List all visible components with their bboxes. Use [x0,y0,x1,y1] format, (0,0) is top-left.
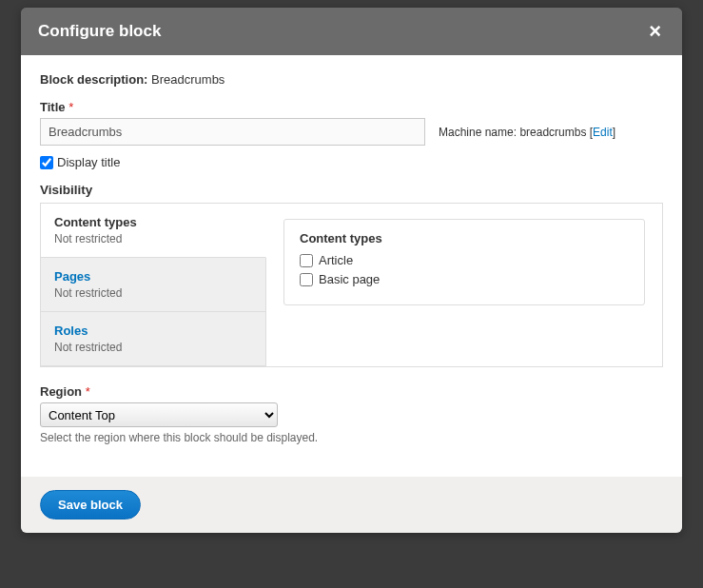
tab-title: Roles [54,323,252,338]
basic-page-checkbox[interactable] [300,273,313,286]
tab-roles[interactable]: Roles Not restricted [41,312,265,366]
machine-name-edit-link[interactable]: Edit [593,126,613,139]
block-description-label: Block description: [40,72,147,87]
dialog-footer: Save block [21,477,682,533]
display-title-label: Display title [57,155,120,169]
required-marker: * [86,384,90,399]
save-button[interactable]: Save block [40,490,141,519]
content-type-basic-page[interactable]: Basic page [300,272,629,286]
vertical-tabs-list: Content types Not restricted Pages Not r… [41,204,266,366]
region-select[interactable]: Content Top [40,402,278,427]
title-input[interactable] [40,118,425,146]
region-label: Region [40,384,82,399]
content-types-fieldset: Content types Article Basic page [283,219,645,305]
tab-title: Content types [54,215,252,229]
close-icon[interactable]: × [645,21,665,42]
content-types-legend: Content types [300,231,629,245]
article-checkbox[interactable] [300,254,313,267]
tab-summary: Not restricted [54,341,252,354]
tab-pane-content-types: Content types Article Basic page [266,204,662,366]
checkbox-label: Article [319,253,353,267]
machine-name-value: breadcrumbs [519,126,586,139]
tab-summary: Not restricted [54,286,252,300]
region-help-text: Select the region where this block shoul… [40,431,663,444]
tab-summary: Not restricted [54,232,252,245]
content-type-article[interactable]: Article [300,253,629,267]
configure-block-dialog: Configure block × Block description: Bre… [21,8,682,533]
block-description-value: Breadcrumbs [151,72,225,87]
dialog-body: Block description: Breadcrumbs Title * M… [21,55,682,477]
tab-pages[interactable]: Pages Not restricted [41,258,265,312]
checkbox-label: Basic page [319,272,380,286]
visibility-vertical-tabs: Content types Not restricted Pages Not r… [40,203,663,367]
machine-name: Machine name: breadcrumbs [Edit] [439,126,615,139]
dialog-title: Configure block [38,22,161,41]
dialog-header: Configure block × [21,8,682,55]
required-marker: * [68,100,73,114]
tab-title: Pages [54,269,252,284]
display-title-checkbox[interactable] [40,156,53,169]
machine-name-label: Machine name: [439,126,517,139]
title-label: Title [40,100,66,114]
visibility-heading: Visibility [40,183,663,197]
tab-content-types[interactable]: Content types Not restricted [41,204,266,258]
